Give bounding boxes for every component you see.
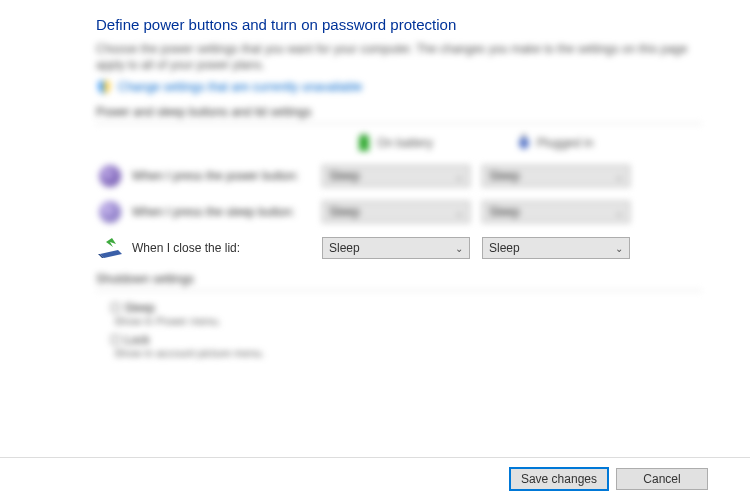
shutdown-lock-label: Lock [124,333,149,347]
checkbox-icon: ☐ [110,301,121,315]
power-button-on-battery-select[interactable]: Sleep ⌄ [322,165,470,187]
row-sleep-button-label: When I press the sleep button: [132,205,322,219]
power-button-icon [96,164,124,188]
page-title: Define power buttons and turn on passwor… [96,16,702,33]
lid-plugged-value: Sleep [489,241,520,255]
columns-header: On battery Plugged in [321,134,702,152]
lid-on-battery-select[interactable]: Sleep ⌄ [322,237,470,259]
shutdown-sleep-sub: Show in Power menu. [114,315,702,327]
divider [96,123,702,124]
sleep-button-icon [96,200,124,224]
lid-icon [96,236,124,260]
row-close-lid-label: When I close the lid: [132,241,322,255]
sleep-button-plugged-value: Sleep [489,205,520,219]
page-description: Choose the power settings that you want … [96,41,702,73]
chevron-down-icon: ⌄ [615,243,623,254]
shutdown-lock-sub: Show in account picture menu. [114,347,702,359]
divider [96,290,702,291]
battery-icon [357,134,371,152]
sleep-button-on-battery-value: Sleep [329,205,360,219]
column-plugged-in: Plugged in [481,134,629,152]
change-settings-label: Change settings that are currently unava… [118,80,362,94]
shield-icon [96,79,112,95]
chevron-down-icon: ⌄ [615,171,623,182]
main-content: Define power buttons and turn on passwor… [0,0,750,359]
sleep-button-on-battery-select[interactable]: Sleep ⌄ [322,201,470,223]
save-changes-button[interactable]: Save changes [510,468,608,490]
row-close-lid: When I close the lid: Sleep ⌄ Sleep ⌄ [96,236,702,260]
shutdown-lock-option[interactable]: ☐ Lock [110,333,702,347]
checkbox-icon: ☐ [110,333,121,347]
row-sleep-button: When I press the sleep button: Sleep ⌄ S… [96,200,702,224]
column-plugged-in-label: Plugged in [537,136,594,150]
chevron-down-icon: ⌄ [455,207,463,218]
power-button-plugged-value: Sleep [489,169,520,183]
svg-rect-0 [361,134,367,136]
sleep-button-plugged-select[interactable]: Sleep ⌄ [482,201,630,223]
plug-icon [517,134,531,152]
lid-on-battery-value: Sleep [329,241,360,255]
shutdown-settings: Shutdown settings ☐ Sleep Show in Power … [96,272,702,359]
power-button-plugged-select[interactable]: Sleep ⌄ [482,165,630,187]
power-button-on-battery-value: Sleep [329,169,360,183]
row-power-button: When I press the power button: Sleep ⌄ S… [96,164,702,188]
chevron-down-icon: ⌄ [455,243,463,254]
chevron-down-icon: ⌄ [455,171,463,182]
svg-point-2 [519,137,529,149]
shutdown-sleep-label: Sleep [124,301,155,315]
column-on-battery: On battery [321,134,469,152]
lid-plugged-select[interactable]: Sleep ⌄ [482,237,630,259]
shutdown-sleep-option[interactable]: ☐ Sleep [110,301,702,315]
chevron-down-icon: ⌄ [615,207,623,218]
footer: Save changes Cancel [0,457,750,500]
power-buttons-section-header: Power and sleep buttons and lid settings [96,105,702,119]
change-settings-link[interactable]: Change settings that are currently unava… [96,79,702,95]
svg-rect-1 [359,136,369,151]
cancel-button[interactable]: Cancel [616,468,708,490]
column-on-battery-label: On battery [377,136,433,150]
row-power-button-label: When I press the power button: [132,169,322,183]
shutdown-settings-header: Shutdown settings [96,272,702,286]
